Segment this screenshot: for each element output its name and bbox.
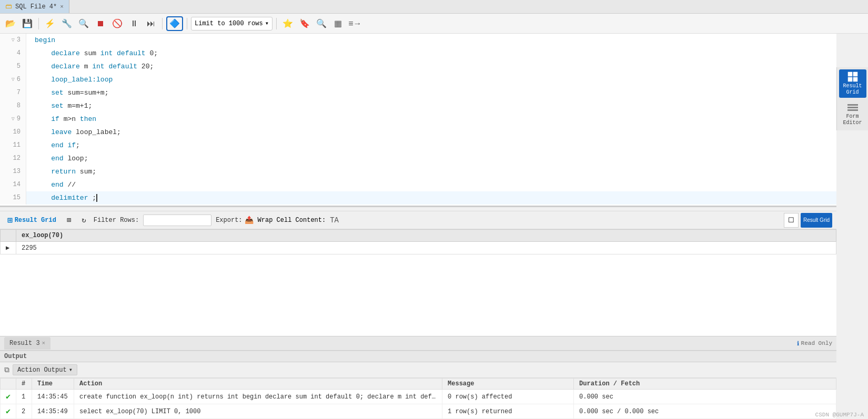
find-button[interactable]: 🔍 xyxy=(76,16,91,31)
panel-toggle-button[interactable]: ☐ xyxy=(784,213,799,228)
code-line-14: 14 end // xyxy=(0,178,836,191)
sidebar-form-editor-button[interactable]: FormEditor xyxy=(839,102,866,128)
code-text-3: begin xyxy=(26,34,55,47)
tab-close-button[interactable]: × xyxy=(60,4,64,10)
editor-scrollbar[interactable] xyxy=(0,207,836,211)
output-row-message: 0 row(s) affected xyxy=(442,390,574,404)
code-line-15: 15 delimiter ;​ xyxy=(0,191,836,205)
output-col-status xyxy=(1,379,16,390)
output-table-row: ✔ 2 14:35:49 select ex_loop(70) LIMIT 0,… xyxy=(1,404,836,419)
output-row-num: 1 xyxy=(16,390,32,404)
fold-btn-6[interactable]: ▽ xyxy=(12,73,15,86)
line-number-3: ▽ 3 xyxy=(0,34,26,47)
result-data-area: ex_loop(70) ▶ 2295 xyxy=(0,229,836,336)
table-row[interactable]: ▶ 2295 xyxy=(1,242,836,254)
line-number-13: 13 xyxy=(0,165,26,178)
result-tabs: Result 3 × ℹ Read Only xyxy=(0,336,836,351)
stop-button[interactable]: ⏹ xyxy=(93,16,108,31)
row-indicator-header xyxy=(1,230,16,242)
search2-button[interactable]: 🔍 xyxy=(314,16,329,31)
output-row-time: 14:35:45 xyxy=(32,390,74,404)
result-grid-button[interactable]: ⊞ Result Grid xyxy=(4,214,59,227)
output-col-action: Action xyxy=(74,379,442,390)
table-header-row: ex_loop(70) xyxy=(1,230,836,242)
bookmark-button[interactable]: 🔖 xyxy=(297,16,312,31)
code-line-4: 4 declare sum int default 0; xyxy=(0,47,836,60)
limit-rows-select[interactable]: Limit to 1000 rows ▾ xyxy=(191,17,272,30)
format-button[interactable]: ≡→ xyxy=(348,16,362,31)
fold-btn-3[interactable]: ▽ xyxy=(12,34,15,47)
view-toggle-area: ☐ Result Grid xyxy=(784,213,832,228)
tab-db-icon: 🗃 xyxy=(5,3,12,11)
sql-file-tab[interactable]: 🗃 SQL File 4* × xyxy=(0,0,69,13)
output-row-action: select ex_loop(70) LIMIT 0, 1000 xyxy=(74,404,442,419)
output-table-row: ✔ 1 14:35:45 create function ex_loop(n i… xyxy=(1,390,836,404)
line-number-4: 4 xyxy=(0,47,26,60)
tab-bar: 🗃 SQL File 4* × xyxy=(0,0,868,14)
action-output-label: Action Output xyxy=(17,366,67,374)
col-header-ex-loop: ex_loop(70) xyxy=(16,230,836,242)
svg-rect-1 xyxy=(853,72,857,76)
execute-button[interactable]: ⚡ xyxy=(43,16,57,31)
line-number-6: ▽ 6 xyxy=(0,73,26,86)
code-text-6: loop_label:loop xyxy=(26,73,113,86)
result-tab-close[interactable]: × xyxy=(42,340,46,346)
right-sidebar: ResultGrid FormEditor xyxy=(836,67,868,130)
code-text-12: end loop; xyxy=(26,152,88,165)
code-line-13: 13 return sum; xyxy=(0,165,836,178)
pause-button[interactable]: ⏸ xyxy=(127,16,142,31)
main-content: ▽ 3 begin 4 declare sum int default 0; 5… xyxy=(0,34,836,419)
svg-rect-0 xyxy=(848,72,852,76)
export-label: Export: xyxy=(216,217,242,224)
explain-button[interactable]: 🔧 xyxy=(59,16,74,31)
result-table: ex_loop(70) ▶ 2295 xyxy=(0,229,836,254)
run-button[interactable]: 🚫 xyxy=(110,16,125,31)
grid-options-icon: ⊞ xyxy=(67,216,71,224)
code-text-5: declare m int default 20; xyxy=(26,60,154,73)
result-tab-3[interactable]: Result 3 × xyxy=(4,337,51,350)
skip-button[interactable]: ⏭ xyxy=(144,16,158,31)
code-line-9: ▽ 9 if m>n then xyxy=(0,113,836,126)
fold-btn-9[interactable]: ▽ xyxy=(12,113,15,126)
open-file-button[interactable]: 📂 xyxy=(3,16,18,31)
output-toolbar: ⧉ Action Output ▾ xyxy=(0,362,836,378)
sidebar-result-grid-button[interactable]: ResultGrid xyxy=(839,69,866,98)
tab-label: SQL File 4* xyxy=(15,3,57,11)
code-line-10: 10 leave loop_label; xyxy=(0,126,836,139)
filter-rows-label: Filter Rows: xyxy=(94,217,139,224)
code-editor[interactable]: ▽ 3 begin 4 declare sum int default 0; 5… xyxy=(0,34,836,207)
code-text-8: set m=m+1; xyxy=(26,99,92,113)
line-number-14: 14 xyxy=(0,178,26,191)
toolbar-separator-1 xyxy=(38,18,39,29)
code-text-10: leave loop_label; xyxy=(26,126,121,139)
filter-rows-input[interactable] xyxy=(143,214,211,226)
save-file-button[interactable]: 💾 xyxy=(20,16,35,31)
export-area: Export: 📤 xyxy=(216,216,253,224)
action-output-button[interactable]: Action Output ▾ xyxy=(13,364,77,375)
code-text-15: delimiter ;​ xyxy=(26,191,97,205)
export-icon[interactable]: 📤 xyxy=(245,216,254,224)
results-panel: ⊞ Result Grid ⊞ ↻ Filter Rows: Export: 📤… xyxy=(0,211,836,419)
code-line-5: 5 declare m int default 20; xyxy=(0,60,836,73)
watermark: CSDN @GUMP7J-A xyxy=(815,412,864,418)
readonly-badge: ℹ Read Only xyxy=(797,340,832,347)
output-col-num: # xyxy=(16,379,32,390)
output-label: Output xyxy=(4,353,27,360)
refresh-button[interactable]: ↻ xyxy=(78,214,89,226)
toolbar-separator-3 xyxy=(187,18,187,29)
sidebar-form-editor-label: FormEditor xyxy=(843,114,862,126)
line-number-7: 7 xyxy=(0,86,26,99)
result-grid-sidebar-button[interactable]: Result Grid xyxy=(801,213,832,228)
output-row-duration: 0.000 sec / 0.000 sec xyxy=(574,404,836,419)
code-line-3: ▽ 3 begin xyxy=(0,34,836,47)
form-editor-sidebar-icon xyxy=(847,104,858,113)
line-number-15: 15 xyxy=(0,191,26,205)
svg-rect-5 xyxy=(847,107,858,108)
favorites-button[interactable]: ⭐ xyxy=(280,16,295,31)
columns-button[interactable]: ▦ xyxy=(331,16,346,31)
wrap-cell-icon[interactable]: TA xyxy=(330,216,339,224)
schema-inspector-button[interactable]: 🔷 xyxy=(166,16,183,31)
grid-options-button[interactable]: ⊞ xyxy=(64,214,74,226)
output-row-num: 2 xyxy=(16,404,32,419)
output-row-duration: 0.000 sec xyxy=(574,390,836,404)
